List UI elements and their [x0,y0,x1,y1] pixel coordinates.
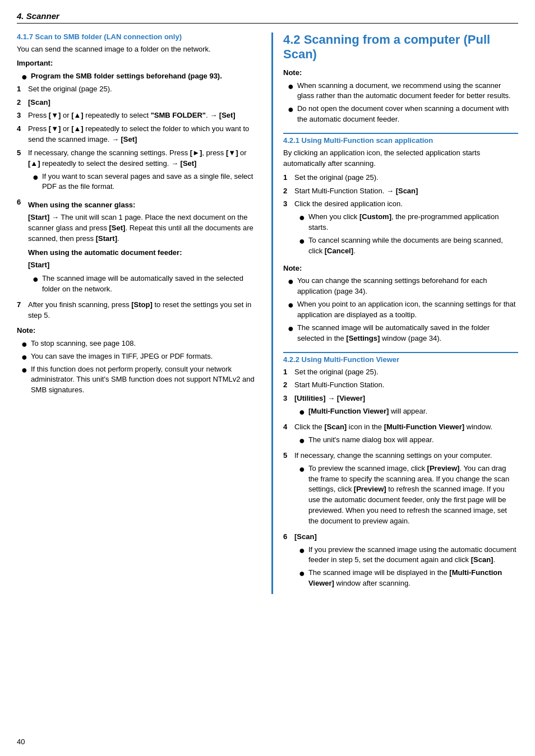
step-content: [Utilities] → [Viewer] ● [Multi-Function… [294,393,518,419]
note-item-2: When you point to an application icon, t… [297,299,518,321]
step-3: 3 Press [▼] or [▲] repeatedly to select … [17,110,258,121]
left-steps-list: 1 Set the original (page 25). 2 [Scan] 3… [17,84,258,321]
step-number: 2 [283,186,291,197]
step-421-3-bullets: ● When you click [Custom], the pre-progr… [299,212,518,256]
scanner-glass-text: [Start] → The unit will scan 1 page. Pla… [28,212,258,244]
subsection-421-note: Note: ● You can change the scanning sett… [283,263,518,344]
main-section-title: 4.2 Scanning from a computer (Pull Scan) [283,33,518,62]
step-number: 3 [17,110,25,121]
bullet-text: When you click [Custom], the pre-program… [308,212,518,233]
bullet-text: To cancel scanning while the documents a… [308,235,518,257]
step-number: 2 [283,380,291,391]
bullet-icon: ● [288,81,294,102]
step-4: 4 Press [▼] or [▲] repeatedly to select … [17,124,258,145]
step-number: 5 [17,148,25,194]
step-content: If necessary, change the scanning settin… [294,451,518,529]
step-content: When using the scanner glass: [Start] → … [28,197,258,297]
bullet-text: To preview the scanned image, click [Pre… [308,463,518,527]
step-422-3-bullets: ● [Multi-Function Viewer] will appear. [299,406,518,417]
page-number: 40 [17,738,25,746]
step-5-bullets: ● If you want to scan several pages and … [33,171,258,193]
bullet-icon: ● [288,323,294,344]
step-number: 4 [283,422,291,448]
right-main-note: Note: ● When scanning a document, we rec… [283,68,518,125]
step-number: 6 [283,532,291,591]
list-item: ● If you preview the scanned image using… [299,545,518,566]
bullet-icon: ● [288,276,294,297]
bullet-icon: ● [299,568,305,589]
step-422-4-bullets: ● The unit's name dialog box will appear… [299,435,518,446]
bullet-icon: ● [33,172,39,193]
list-item: ● The scanned image will be automaticall… [33,273,258,295]
subsection-421-steps: 1 Set the original (page 25). 2 Start Mu… [283,173,518,259]
bullet-icon: ● [288,104,294,125]
step-content: Set the original (page 25). [28,84,258,95]
section-417-intro: You can send the scanned image to a fold… [17,44,258,55]
step-content: If necessary, change the scanning settin… [28,148,258,194]
list-item: ● To cancel scanning while the documents… [299,235,518,257]
step-number: 6 [17,197,25,297]
list-item: ● The unit's name dialog box will appear… [299,435,518,446]
step-content: Start Multi-Function Station. → [Scan] [294,186,518,197]
right-column: 4.2 Scanning from a computer (Pull Scan)… [271,33,518,594]
list-item: ● When you point to an application icon,… [288,299,518,321]
step-422-3: 3 [Utilities] → [Viewer] ● [Multi-Functi… [283,393,518,419]
step-content: Set the original (page 25). [294,367,518,378]
step-421-3: 3 Click the desired application icon. ● … [283,199,518,258]
feeder-text: [Start] [28,260,258,271]
step-6: 6 When using the scanner glass: [Start] … [17,197,258,297]
bullet-icon: ● [299,464,305,527]
step-number: 2 [17,98,25,108]
bullet-icon: ● [299,236,305,257]
step-content: After you finish scanning, press [Stop] … [28,300,258,321]
bullet-icon: ● [33,274,39,295]
note-item-1: You can change the scanning settings bef… [297,276,518,297]
subsection-422-heading: 4.2.2 Using Multi-Function Viewer [283,352,518,364]
note-label: Note: [283,68,518,78]
step-number: 3 [283,199,291,258]
important-item-1: Program the SMB folder settings beforeha… [31,71,258,82]
bullet-icon: ● [21,352,27,362]
step-422-6-bullets: ● If you preview the scanned image using… [299,545,518,589]
step-422-5: 5 If necessary, change the scanning sett… [283,451,518,529]
page-header: 4. Scanner [17,11,518,24]
list-item: ● If you want to scan several pages and … [33,171,258,193]
bullet-icon: ● [288,300,294,321]
bullet-text: [Multi-Function Viewer] will appear. [308,406,518,417]
step-content: Press [▼] or [▲] repeatedly to select "S… [28,110,258,121]
important-label: Important: [17,58,258,69]
list-item: ● The scanned image will be automaticall… [288,323,518,344]
step-content: Press [▼] or [▲] repeatedly to select th… [28,124,258,145]
note-list: ● To stop scanning, see page 108. ● You … [21,338,258,396]
bullet-text: The scanned image will be displayed in t… [308,568,518,589]
bullet-text: The unit's name dialog box will appear. [308,435,518,446]
step-422-1: 1 Set the original (page 25). [283,367,518,378]
note-item-3: If this function does not perform proper… [31,364,258,396]
list-item: ● Do not open the document cover when sc… [288,104,518,125]
important-list: ● Program the SMB folder settings before… [21,71,258,82]
step-421-1: 1 Set the original (page 25). [283,173,518,183]
scanner-glass-heading: When using the scanner glass: [28,200,258,211]
step-422-4: 4 Click the [Scan] icon in the [Multi-Fu… [283,422,518,448]
bullet-icon: ● [21,72,27,82]
bullet-icon: ● [21,339,27,349]
step-number: 4 [17,124,25,145]
note-label: Note: [283,263,518,274]
left-note-section: Note: ● To stop scanning, see page 108. … [17,326,258,396]
note-item-2: Do not open the document cover when scan… [297,104,518,125]
step-1: 1 Set the original (page 25). [17,84,258,95]
step-content: [Scan] [28,98,258,108]
bullet-icon: ● [299,545,305,566]
bullet-text: The scanned image will be automatically … [42,273,258,295]
step-6-feeder-bullets: ● The scanned image will be automaticall… [33,273,258,295]
step-number: 3 [283,393,291,419]
step-number: 1 [17,84,25,95]
subsection-421-intro: By clicking an application icon, the sel… [283,148,518,169]
bullet-icon: ● [299,407,305,417]
note-item-1: To stop scanning, see page 108. [31,338,258,349]
bullet-icon: ● [299,212,305,233]
step-content: Start Multi-Function Station. [294,380,518,391]
page: 4. Scanner 4.1.7 Scan to SMB folder (LAN… [0,0,535,756]
note-label: Note: [17,326,258,336]
page-header-title: 4. Scanner [17,11,59,21]
